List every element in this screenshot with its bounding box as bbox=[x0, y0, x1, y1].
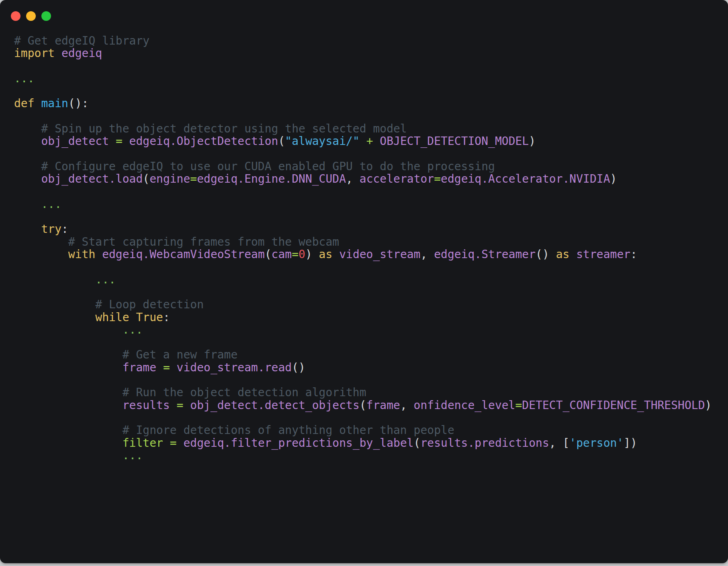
code-line: # Ignore detections of anything other th… bbox=[14, 424, 724, 436]
code-token-pn bbox=[14, 273, 95, 286]
code-line bbox=[14, 210, 724, 223]
code-token-str: "alwaysai/" bbox=[285, 134, 366, 148]
code-token-id: edgeiq.WebcamVideoStream bbox=[102, 248, 265, 261]
code-line bbox=[14, 336, 724, 348]
code-token-cm: # Loop detection bbox=[14, 298, 204, 311]
code-token-id: frame bbox=[366, 399, 400, 412]
code-token-op: = bbox=[515, 399, 522, 412]
code-token-op: + bbox=[366, 134, 380, 148]
code-token-id: cam bbox=[272, 248, 292, 261]
code-editor[interactable]: # Get edgeIQ libraryimport edgeiq ... de… bbox=[14, 35, 724, 462]
code-token-id: streamer bbox=[576, 248, 630, 261]
code-token-id: edgeiq.ObjectDetection bbox=[129, 134, 278, 148]
code-token-op: = bbox=[292, 248, 299, 261]
code-token-pn: ) bbox=[305, 248, 319, 261]
code-token-op: = bbox=[163, 361, 177, 374]
code-line: obj_detect.load(engine=edgeiq.Engine.DNN… bbox=[14, 173, 724, 185]
code-line: filter = edgeiq.filter_predictions_by_la… bbox=[14, 437, 724, 449]
desktop-background: # Get edgeIQ libraryimport edgeiq ... de… bbox=[0, 0, 728, 566]
code-line: # Get edgeIQ library bbox=[14, 35, 724, 47]
code-token-kw: import bbox=[14, 47, 61, 60]
code-token-kw: try bbox=[41, 222, 61, 236]
code-token-id: obj_detect.detect_objects bbox=[190, 399, 359, 412]
code-token-id: edgeiq.Accelerator.NVIDIA bbox=[441, 172, 610, 185]
code-token-pn: ]) bbox=[624, 436, 637, 450]
code-line: try: bbox=[14, 223, 724, 235]
code-line bbox=[14, 374, 724, 386]
code-token-fn: main bbox=[41, 97, 68, 110]
code-token-pn: ) bbox=[529, 134, 536, 148]
code-editor-window: # Get edgeIQ libraryimport edgeiq ... de… bbox=[0, 0, 728, 563]
code-token-id: accelerator bbox=[360, 172, 434, 185]
code-token-bi: filter bbox=[123, 436, 170, 450]
code-token-pn bbox=[14, 399, 123, 412]
code-token-pn: , bbox=[420, 248, 434, 261]
code-token-id: edgeiq.filter_predictions_by_label bbox=[183, 436, 413, 450]
code-line: # Get a new frame bbox=[14, 348, 724, 361]
code-token-kw: def bbox=[14, 97, 41, 110]
code-token-pn: ) bbox=[705, 399, 712, 412]
code-token-pn: : bbox=[61, 222, 68, 236]
code-line: # Spin up the object detector using the … bbox=[14, 122, 724, 135]
code-token-el: ... bbox=[41, 197, 61, 211]
code-token-pn: () bbox=[536, 248, 556, 261]
code-token-op: = bbox=[177, 399, 190, 412]
code-token-pn bbox=[14, 436, 123, 450]
code-line: while True: bbox=[14, 311, 724, 324]
code-token-pn bbox=[14, 323, 123, 336]
code-line bbox=[14, 261, 724, 273]
code-token-kw: with bbox=[68, 248, 102, 261]
code-line: # Run the object detection algorithm bbox=[14, 386, 724, 399]
code-token-pn: ) bbox=[610, 172, 617, 185]
code-token-pn bbox=[14, 197, 41, 211]
maximize-window-button[interactable] bbox=[41, 11, 51, 21]
code-token-id: engine bbox=[149, 172, 190, 185]
code-token-pn: ( bbox=[278, 134, 285, 148]
code-token-id: results.predictions bbox=[420, 436, 549, 450]
code-token-id: video_stream.read bbox=[177, 361, 292, 374]
code-token-id: edgeiq bbox=[61, 47, 102, 60]
minimize-window-button[interactable] bbox=[26, 11, 36, 21]
code-token-id: frame bbox=[123, 361, 163, 374]
code-token-cm: # Ignore detections of anything other th… bbox=[14, 423, 454, 437]
code-line bbox=[14, 286, 724, 298]
code-line: # Loop detection bbox=[14, 298, 724, 311]
code-line: ... bbox=[14, 324, 724, 336]
code-line bbox=[14, 110, 724, 122]
code-token-num: 0 bbox=[299, 248, 305, 261]
code-token-el: ... bbox=[123, 449, 143, 462]
close-window-button[interactable] bbox=[11, 11, 20, 21]
code-token-pn bbox=[14, 449, 123, 462]
code-line: ... bbox=[14, 273, 724, 286]
code-token-id: results bbox=[123, 399, 177, 412]
code-token-cm: # Run the object detection algorithm bbox=[14, 386, 366, 399]
code-token-kw: as bbox=[319, 248, 339, 261]
code-token-op: = bbox=[116, 134, 129, 148]
code-line: ... bbox=[14, 449, 724, 462]
code-token-pn: ( bbox=[414, 436, 421, 450]
code-token-kw: as bbox=[556, 248, 577, 261]
code-token-id: video_stream bbox=[339, 248, 420, 261]
code-token-id: obj_detect bbox=[41, 134, 115, 148]
code-token-pn bbox=[14, 311, 95, 324]
code-token-id: obj_detect.load bbox=[41, 172, 143, 185]
code-token-str: 'person' bbox=[569, 436, 624, 450]
code-token-op: = bbox=[170, 436, 184, 450]
code-line: # Start capturing frames from the webcam bbox=[14, 236, 724, 248]
code-token-pn bbox=[14, 172, 41, 185]
code-token-pn: , [ bbox=[549, 436, 570, 450]
code-token-el: ... bbox=[14, 72, 35, 85]
code-token-id: OBJECT_DETECTION_MODEL bbox=[380, 134, 529, 148]
code-token-pn bbox=[14, 134, 41, 148]
code-line bbox=[14, 411, 724, 424]
code-line: # Configure edgeIQ to use our CUDA enabl… bbox=[14, 160, 724, 173]
code-line bbox=[14, 85, 724, 97]
code-token-el: ... bbox=[95, 273, 116, 286]
code-token-pn: ( bbox=[360, 399, 366, 412]
code-token-id: onfidence_level bbox=[414, 399, 515, 412]
code-line: results = obj_detect.detect_objects(fram… bbox=[14, 399, 724, 411]
code-token-op: = bbox=[434, 172, 441, 185]
code-token-cm: # Configure edgeIQ to use our CUDA enabl… bbox=[14, 160, 495, 173]
code-token-cm: # Get a new frame bbox=[14, 348, 237, 361]
code-token-id: DETECT_CONFIDENCE_THRESHOLD bbox=[522, 399, 705, 412]
